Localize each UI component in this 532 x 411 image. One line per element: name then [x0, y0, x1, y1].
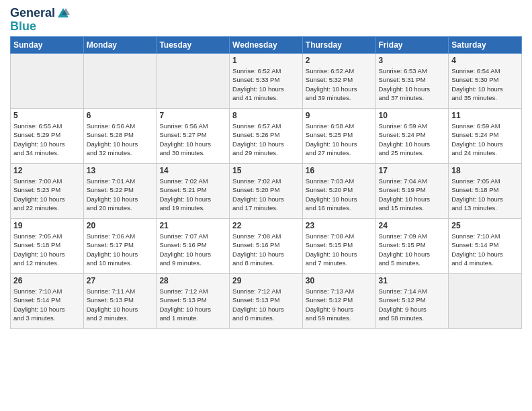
calendar-cell: 10Sunrise: 6:59 AM Sunset: 5:24 PM Dayli…: [375, 109, 449, 164]
day-info: Sunrise: 6:56 AM Sunset: 5:28 PM Dayligh…: [87, 122, 154, 157]
day-info: Sunrise: 7:14 AM Sunset: 5:12 PM Dayligh…: [379, 287, 446, 322]
day-info: Sunrise: 7:10 AM Sunset: 5:14 PM Dayligh…: [13, 287, 81, 322]
calendar-week-row-3: 19Sunrise: 7:05 AM Sunset: 5:18 PM Dayli…: [11, 219, 522, 274]
logo-text: General: [10, 7, 70, 20]
logo-blue-text: Blue: [10, 20, 70, 34]
day-info: Sunrise: 7:03 AM Sunset: 5:20 PM Dayligh…: [306, 177, 373, 212]
calendar-table: SundayMondayTuesdayWednesdayThursdayFrid…: [10, 36, 522, 329]
calendar-cell: 20Sunrise: 7:06 AM Sunset: 5:17 PM Dayli…: [83, 219, 157, 274]
calendar-cell: 26Sunrise: 7:10 AM Sunset: 5:14 PM Dayli…: [11, 274, 84, 329]
calendar-cell: 16Sunrise: 7:03 AM Sunset: 5:20 PM Dayli…: [302, 164, 375, 219]
calendar-cell: 21Sunrise: 7:07 AM Sunset: 5:16 PM Dayli…: [157, 219, 230, 274]
day-number: 4: [451, 56, 519, 65]
day-number: 2: [306, 56, 373, 65]
header-saturday: Saturday: [449, 37, 522, 54]
day-number: 6: [87, 111, 154, 120]
day-info: Sunrise: 7:08 AM Sunset: 5:16 PM Dayligh…: [232, 232, 300, 267]
day-number: 12: [13, 166, 81, 175]
day-number: 22: [232, 221, 300, 230]
day-number: 3: [379, 56, 446, 65]
calendar-cell: 13Sunrise: 7:01 AM Sunset: 5:22 PM Dayli…: [83, 164, 157, 219]
day-info: Sunrise: 7:11 AM Sunset: 5:13 PM Dayligh…: [87, 287, 154, 322]
day-info: Sunrise: 6:59 AM Sunset: 5:24 PM Dayligh…: [451, 122, 519, 157]
header-tuesday: Tuesday: [157, 37, 230, 54]
day-number: 30: [306, 276, 373, 285]
day-number: 7: [159, 111, 226, 120]
calendar-cell: 15Sunrise: 7:02 AM Sunset: 5:20 PM Dayli…: [230, 164, 303, 219]
calendar-cell: 24Sunrise: 7:09 AM Sunset: 5:15 PM Dayli…: [375, 219, 449, 274]
day-number: 29: [232, 276, 300, 285]
day-number: 20: [87, 221, 154, 230]
calendar-week-row-4: 26Sunrise: 7:10 AM Sunset: 5:14 PM Dayli…: [11, 274, 522, 329]
calendar-cell: 18Sunrise: 7:05 AM Sunset: 5:18 PM Dayli…: [449, 164, 522, 219]
day-info: Sunrise: 7:00 AM Sunset: 5:23 PM Dayligh…: [13, 177, 81, 212]
day-number: 1: [232, 56, 300, 65]
logo: General Blue: [10, 7, 70, 34]
day-info: Sunrise: 7:05 AM Sunset: 5:18 PM Dayligh…: [451, 177, 519, 212]
calendar-cell: 12Sunrise: 7:00 AM Sunset: 5:23 PM Dayli…: [11, 164, 84, 219]
day-info: Sunrise: 7:12 AM Sunset: 5:13 PM Dayligh…: [159, 287, 226, 322]
calendar-cell: 23Sunrise: 7:08 AM Sunset: 5:15 PM Dayli…: [302, 219, 375, 274]
logo-icon: [56, 7, 70, 20]
day-info: Sunrise: 6:59 AM Sunset: 5:24 PM Dayligh…: [379, 122, 446, 157]
day-number: 19: [13, 221, 81, 230]
calendar-cell: [157, 54, 230, 109]
day-number: 21: [159, 221, 226, 230]
day-info: Sunrise: 6:52 AM Sunset: 5:32 PM Dayligh…: [306, 66, 373, 102]
day-number: 13: [87, 166, 154, 175]
day-number: 18: [451, 166, 519, 175]
day-info: Sunrise: 6:58 AM Sunset: 5:25 PM Dayligh…: [306, 122, 373, 157]
calendar-cell: 30Sunrise: 7:13 AM Sunset: 5:12 PM Dayli…: [302, 274, 375, 329]
day-number: 26: [13, 276, 81, 285]
calendar-cell: 22Sunrise: 7:08 AM Sunset: 5:16 PM Dayli…: [230, 219, 303, 274]
calendar-cell: 17Sunrise: 7:04 AM Sunset: 5:19 PM Dayli…: [375, 164, 449, 219]
day-info: Sunrise: 6:55 AM Sunset: 5:29 PM Dayligh…: [13, 122, 81, 157]
day-info: Sunrise: 7:06 AM Sunset: 5:17 PM Dayligh…: [87, 232, 154, 267]
day-info: Sunrise: 6:57 AM Sunset: 5:26 PM Dayligh…: [232, 122, 300, 157]
day-info: Sunrise: 7:07 AM Sunset: 5:16 PM Dayligh…: [159, 232, 226, 267]
day-number: 23: [306, 221, 373, 230]
calendar-cell: 25Sunrise: 7:10 AM Sunset: 5:14 PM Dayli…: [449, 219, 522, 274]
calendar-cell: 19Sunrise: 7:05 AM Sunset: 5:18 PM Dayli…: [11, 219, 84, 274]
day-number: 5: [13, 111, 81, 120]
calendar-week-row-1: 5Sunrise: 6:55 AM Sunset: 5:29 PM Daylig…: [11, 109, 522, 164]
day-info: Sunrise: 7:12 AM Sunset: 5:13 PM Dayligh…: [232, 287, 300, 322]
day-number: 15: [232, 166, 300, 175]
day-number: 24: [379, 221, 446, 230]
calendar-cell: 4Sunrise: 6:54 AM Sunset: 5:30 PM Daylig…: [449, 54, 522, 109]
day-number: 17: [379, 166, 446, 175]
day-number: 8: [232, 111, 300, 120]
calendar-cell: [83, 54, 157, 109]
day-info: Sunrise: 7:10 AM Sunset: 5:14 PM Dayligh…: [451, 232, 519, 267]
day-number: 14: [159, 166, 226, 175]
day-number: 27: [87, 276, 154, 285]
day-number: 16: [306, 166, 373, 175]
day-number: 11: [451, 111, 519, 120]
day-number: 10: [379, 111, 446, 120]
calendar-cell: 9Sunrise: 6:58 AM Sunset: 5:25 PM Daylig…: [302, 109, 375, 164]
calendar-cell: 7Sunrise: 6:56 AM Sunset: 5:27 PM Daylig…: [157, 109, 230, 164]
day-info: Sunrise: 7:13 AM Sunset: 5:12 PM Dayligh…: [306, 287, 373, 322]
calendar-cell: 11Sunrise: 6:59 AM Sunset: 5:24 PM Dayli…: [449, 109, 522, 164]
day-number: 31: [379, 276, 446, 285]
calendar-cell: 5Sunrise: 6:55 AM Sunset: 5:29 PM Daylig…: [11, 109, 84, 164]
header-friday: Friday: [375, 37, 449, 54]
day-info: Sunrise: 6:56 AM Sunset: 5:27 PM Dayligh…: [159, 122, 226, 157]
day-info: Sunrise: 7:02 AM Sunset: 5:20 PM Dayligh…: [232, 177, 300, 212]
calendar-week-row-0: 1Sunrise: 6:52 AM Sunset: 5:33 PM Daylig…: [11, 54, 522, 109]
day-info: Sunrise: 7:01 AM Sunset: 5:22 PM Dayligh…: [87, 177, 154, 212]
calendar-cell: 6Sunrise: 6:56 AM Sunset: 5:28 PM Daylig…: [83, 109, 157, 164]
day-info: Sunrise: 7:09 AM Sunset: 5:15 PM Dayligh…: [379, 232, 446, 267]
day-info: Sunrise: 7:02 AM Sunset: 5:21 PM Dayligh…: [159, 177, 226, 212]
day-info: Sunrise: 7:08 AM Sunset: 5:15 PM Dayligh…: [306, 232, 373, 267]
calendar-cell: 14Sunrise: 7:02 AM Sunset: 5:21 PM Dayli…: [157, 164, 230, 219]
calendar-cell: 27Sunrise: 7:11 AM Sunset: 5:13 PM Dayli…: [83, 274, 157, 329]
calendar-cell: 2Sunrise: 6:52 AM Sunset: 5:32 PM Daylig…: [302, 54, 375, 109]
day-info: Sunrise: 7:04 AM Sunset: 5:19 PM Dayligh…: [379, 177, 446, 212]
day-info: Sunrise: 6:52 AM Sunset: 5:33 PM Dayligh…: [232, 66, 300, 102]
calendar-header-row: SundayMondayTuesdayWednesdayThursdayFrid…: [11, 37, 522, 54]
day-number: 25: [451, 221, 519, 230]
calendar-cell: 1Sunrise: 6:52 AM Sunset: 5:33 PM Daylig…: [230, 54, 303, 109]
day-info: Sunrise: 7:05 AM Sunset: 5:18 PM Dayligh…: [13, 232, 81, 267]
page-header: General Blue: [10, 7, 522, 34]
